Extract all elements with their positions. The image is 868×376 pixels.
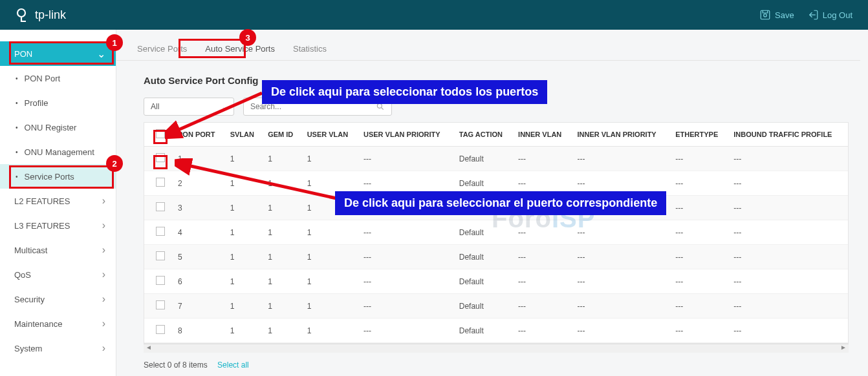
cell-uvprio: ---: [358, 319, 454, 343]
annotation-badge-3: 3: [239, 29, 256, 46]
cell-ivprio: ---: [572, 269, 670, 294]
row-checkbox[interactable]: [156, 202, 165, 211]
filter-value: All: [151, 102, 159, 111]
cell-ivprio: ---: [572, 245, 670, 269]
row-checkbox[interactable]: [156, 227, 165, 236]
table-row[interactable]: 6 1 1 1 --- Default --- --- --- ---: [144, 269, 848, 294]
brand-logo: tp-link: [16, 7, 66, 23]
cell-ivprio: ---: [572, 147, 670, 171]
cell-ivlan: ---: [513, 245, 572, 269]
logout-button[interactable]: Log Out: [807, 9, 852, 21]
sidebar-sub-onu-management[interactable]: ONU Management: [0, 140, 116, 164]
cell-ivprio: ---: [572, 319, 670, 343]
horizontal-scrollbar[interactable]: [144, 344, 849, 353]
svg-point-3: [377, 103, 382, 108]
sidebar-item-qos[interactable]: QoS›: [0, 262, 116, 287]
annotation-arrow-1: [165, 89, 268, 141]
cell-uvlan: 1: [302, 245, 358, 269]
sidebar-item-pon[interactable]: PON ⌄: [0, 41, 116, 66]
cell-ether: ---: [670, 245, 728, 269]
col-ethertype: ETHERTYPE: [670, 123, 728, 147]
cell-svlan: 1: [225, 220, 263, 245]
top-header: tp-link Save Log Out: [0, 0, 868, 30]
cell-ivlan: ---: [513, 319, 572, 343]
svg-line-4: [174, 93, 262, 132]
save-label: Save: [775, 10, 794, 20]
cell-ether: ---: [670, 171, 728, 196]
cell-uvprio: ---: [358, 294, 454, 319]
cell-tag: Default: [454, 147, 513, 171]
logout-icon: [807, 9, 819, 21]
sidebar-sub-service-ports[interactable]: Service Ports: [0, 164, 116, 189]
svg-rect-1: [761, 10, 770, 19]
save-button[interactable]: Save: [759, 9, 794, 21]
row-checkbox[interactable]: [156, 325, 165, 334]
sidebar-item-l3[interactable]: L3 FEATURES›: [0, 213, 116, 238]
col-gem-id: GEM ID: [263, 123, 302, 147]
sidebar-item-l2[interactable]: L2 FEATURES›: [0, 189, 116, 213]
cell-svlan: 1: [225, 269, 263, 294]
logout-label: Log Out: [823, 10, 852, 20]
cell-inbound: ---: [728, 220, 848, 245]
select-all-link[interactable]: Select all: [217, 360, 249, 370]
sidebar-item-security[interactable]: Security›: [0, 287, 116, 311]
chevron-right-icon: ›: [102, 318, 105, 329]
cell-gem: 1: [263, 245, 302, 269]
sidebar-item-multicast[interactable]: Multicast›: [0, 238, 116, 262]
cell-tag: Default: [454, 294, 513, 319]
row-checkbox[interactable]: [156, 300, 165, 309]
cell-tag: Default: [454, 319, 513, 343]
row-checkbox[interactable]: [156, 153, 165, 162]
cell-svlan: 1: [225, 319, 263, 343]
tab-service-ports[interactable]: Service Ports: [128, 39, 196, 60]
tplink-icon: [16, 7, 31, 23]
table-row[interactable]: 7 1 1 1 --- Default --- --- --- ---: [144, 294, 848, 319]
selection-count: Select 0 of 8 items: [144, 360, 208, 370]
chevron-right-icon: ›: [102, 269, 105, 280]
cell-svlan: 1: [225, 294, 263, 319]
cell-uvlan: 1: [302, 319, 358, 343]
cell-uvprio: ---: [358, 147, 454, 171]
row-checkbox[interactable]: [156, 178, 165, 187]
cell-tag: Default: [454, 245, 513, 269]
cell-ether: ---: [670, 319, 728, 343]
cell-ether: ---: [670, 147, 728, 171]
cell-pon: 7: [173, 294, 225, 319]
sidebar-item-system[interactable]: System›: [0, 336, 116, 360]
row-checkbox[interactable]: [156, 251, 165, 260]
annotation-callout-1: De click aqui para seleccionar todos los…: [262, 80, 547, 104]
tab-statistics[interactable]: Statistics: [284, 39, 336, 60]
row-checkbox[interactable]: [156, 276, 165, 285]
cell-pon: 4: [173, 220, 225, 245]
col-inbound-traffic-profile: INBOUND TRAFFIC PROFILE: [728, 123, 848, 147]
cell-gem: 1: [263, 269, 302, 294]
save-icon: [759, 9, 771, 21]
sidebar-item-label: PON: [14, 49, 32, 59]
cell-tag: Default: [454, 269, 513, 294]
sidebar-item-maintenance[interactable]: Maintenance›: [0, 311, 116, 336]
cell-inbound: ---: [728, 196, 848, 220]
cell-ivlan: ---: [513, 147, 572, 171]
select-all-checkbox[interactable]: [156, 129, 165, 138]
chevron-right-icon: ›: [102, 342, 105, 354]
sidebar-sub-profile[interactable]: Profile: [0, 90, 116, 115]
table-footer: Select 0 of 8 items Select all: [116, 353, 860, 370]
table-row[interactable]: 5 1 1 1 --- Default --- --- --- ---: [144, 245, 848, 269]
svg-point-2: [764, 14, 767, 17]
svg-point-0: [17, 9, 25, 17]
cell-inbound: ---: [728, 245, 848, 269]
cell-uvlan: 1: [302, 269, 358, 294]
cell-pon: 8: [173, 319, 225, 343]
sidebar-sub-pon-port[interactable]: PON Port: [0, 66, 116, 90]
col-inner-vlan-priority: INNER VLAN PRIORITY: [572, 123, 670, 147]
cell-uvprio: ---: [358, 269, 454, 294]
cell-inbound: ---: [728, 269, 848, 294]
cell-ether: ---: [670, 196, 728, 220]
chevron-right-icon: ›: [102, 293, 105, 305]
table-row[interactable]: 8 1 1 1 --- Default --- --- --- ---: [144, 319, 848, 343]
sidebar-sub-onu-register[interactable]: ONU Register: [0, 115, 116, 140]
chevron-right-icon: ›: [102, 244, 105, 256]
cell-gem: 1: [263, 319, 302, 343]
cell-ivprio: ---: [572, 294, 670, 319]
cell-uvprio: ---: [358, 220, 454, 245]
